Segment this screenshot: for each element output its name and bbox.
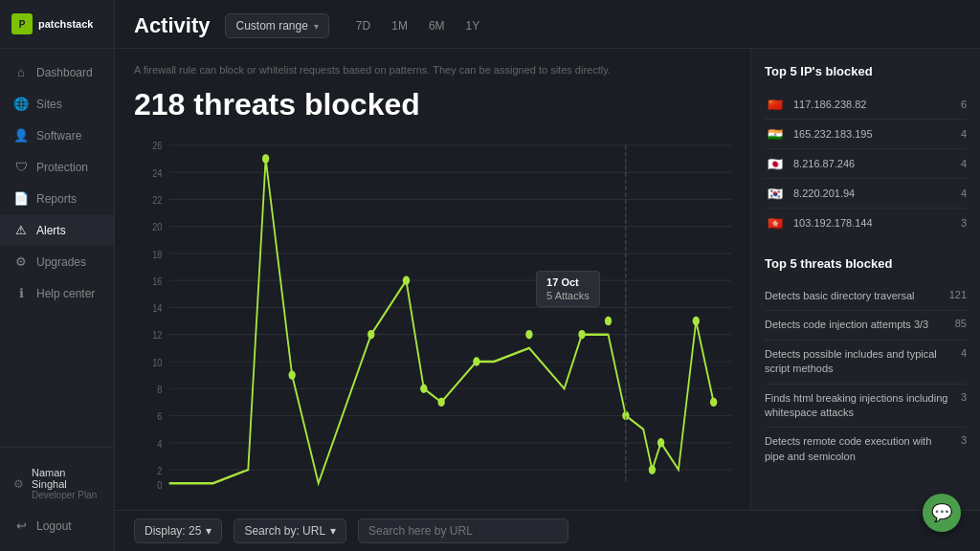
sidebar-item-software[interactable]: 👤 Software: [0, 120, 114, 151]
user-name: Naman Singhal: [32, 467, 100, 490]
svg-point-35: [578, 330, 585, 339]
threat-desc-4: Finds html breaking injections including…: [765, 391, 953, 421]
period-6m[interactable]: 6M: [421, 15, 453, 36]
svg-text:8: 8: [157, 383, 162, 395]
svg-text:4: 4: [157, 436, 162, 449]
user-info: ⚙ Naman Singhal Developer Plan: [0, 457, 114, 510]
svg-text:14: 14: [577, 494, 586, 495]
svg-point-36: [605, 317, 612, 325]
chevron-down-icon: ▾: [314, 21, 319, 32]
subtitle-text: A firewall rule can block or whitelist r…: [134, 64, 731, 76]
sidebar-label-sites: Sites: [36, 98, 62, 111]
ip-item: 🇯🇵 8.216.87.246 4: [765, 149, 967, 179]
sidebar-item-alerts[interactable]: ⚠ Alerts: [0, 214, 114, 246]
ip-item: 🇨🇳 117.186.238.82 6: [765, 90, 967, 120]
help-icon: ℹ: [13, 286, 29, 300]
svg-point-33: [473, 357, 479, 365]
ip-addr-2: 165.232.183.195: [793, 128, 953, 140]
sidebar-bottom: ⚙ Naman Singhal Developer Plan ↩ Logout: [0, 447, 114, 551]
svg-point-41: [710, 398, 717, 407]
settings-icon[interactable]: ⚙: [13, 477, 24, 491]
ip-item: 🇮🇳 165.232.183.195 4: [765, 120, 967, 149]
svg-point-32: [438, 398, 445, 407]
header: Activity Custom range ▾ 7D 1M 6M 1Y: [115, 0, 980, 49]
flag-hk: 🇭🇰: [765, 215, 786, 231]
ip-addr-5: 103.192.178.144: [793, 217, 953, 229]
logout-icon: ↩: [13, 518, 29, 533]
chat-bubble[interactable]: 💬: [923, 494, 961, 532]
search-url-input[interactable]: [358, 518, 568, 543]
flag-cn: 🇨🇳: [765, 97, 786, 112]
period-7d[interactable]: 7D: [348, 15, 378, 36]
page-title: Activity: [134, 13, 210, 38]
svg-text:20: 20: [692, 494, 701, 495]
sidebar-nav: ⌂ Dashboard 🌐 Sites 👤 Software 🛡 Protect…: [0, 49, 114, 447]
date-range-label: Custom range: [235, 19, 307, 33]
search-by-dropdown[interactable]: Search by: URL ▾: [234, 518, 346, 543]
activity-chart: 26 24 22 20 18 16 14 12 10 8 6 4 2 0: [134, 134, 731, 495]
svg-text:11: 11: [524, 494, 533, 495]
date-range-dropdown[interactable]: Custom range ▾: [225, 13, 328, 38]
sidebar-item-sites[interactable]: 🌐 Sites: [0, 88, 114, 120]
svg-text:23: 23: [209, 494, 217, 495]
svg-text:6: 6: [157, 409, 162, 422]
period-1m[interactable]: 1M: [384, 15, 415, 36]
sidebar-label-alerts: Alerts: [36, 224, 66, 237]
ip-count-3: 4: [961, 158, 967, 169]
svg-point-38: [649, 465, 656, 474]
threat-item: Detects remote code execution with pipe …: [765, 428, 967, 471]
display-dropdown[interactable]: Display: 25 ▾: [134, 518, 222, 543]
flag-jp: 🇯🇵: [765, 156, 786, 171]
logo-icon: P: [11, 13, 33, 34]
sidebar-item-dashboard[interactable]: ⌂ Dashboard: [0, 56, 114, 88]
svg-text:20: 20: [165, 494, 173, 495]
period-1y[interactable]: 1Y: [458, 15, 488, 36]
ip-addr-1: 117.186.238.82: [793, 99, 953, 110]
sidebar: P patchstack ⌂ Dashboard 🌐 Sites 👤 Softw…: [0, 0, 115, 551]
svg-text:2: 2: [368, 494, 373, 495]
svg-point-34: [525, 330, 532, 339]
svg-point-31: [420, 385, 427, 393]
threat-item: Detects code injection attempts 3/3 85: [765, 311, 967, 340]
svg-text:12: 12: [152, 328, 162, 341]
threat-desc-5: Detects remote code execution with pipe …: [765, 434, 953, 464]
svg-text:14: 14: [152, 301, 162, 314]
svg-text:5: 5: [422, 494, 427, 495]
svg-point-27: [262, 154, 269, 163]
threat-item: Detects basic directory traversal 121: [765, 282, 967, 311]
flag-in: 🇮🇳: [765, 126, 786, 142]
alerts-icon: ⚠: [13, 223, 29, 237]
svg-point-29: [368, 330, 374, 339]
svg-text:20: 20: [152, 220, 162, 232]
sidebar-item-logout[interactable]: ↩ Logout: [0, 510, 114, 541]
svg-text:24: 24: [152, 166, 162, 179]
right-panel: Top 5 IP's blocked 🇨🇳 117.186.238.82 6 🇮…: [750, 49, 980, 510]
protection-icon: 🛡: [13, 160, 29, 174]
content-body: A firewall rule can block or whitelist r…: [115, 49, 980, 510]
sidebar-item-protection[interactable]: 🛡 Protection: [0, 151, 114, 183]
threat-desc-3: Detects possible includes and typical sc…: [765, 347, 953, 377]
svg-text:2: 2: [157, 464, 162, 476]
svg-text:10: 10: [152, 356, 162, 368]
svg-point-30: [403, 276, 410, 284]
sidebar-label-upgrades: Upgrades: [36, 255, 86, 269]
user-details: Naman Singhal Developer Plan: [32, 467, 100, 500]
ip-list: 🇨🇳 117.186.238.82 6 🇮🇳 165.232.183.195 4…: [765, 90, 967, 237]
svg-text:22: 22: [152, 193, 162, 206]
svg-text:26: 26: [152, 139, 162, 151]
logout-label: Logout: [36, 519, 72, 533]
threat-count-3: 4: [961, 347, 967, 359]
svg-text:8: 8: [475, 494, 479, 495]
threat-count-1: 121: [949, 289, 967, 300]
sidebar-label-reports: Reports: [36, 192, 77, 206]
sidebar-item-help[interactable]: ℹ Help center: [0, 277, 114, 309]
ip-item: 🇭🇰 103.192.178.144 3: [765, 209, 967, 237]
svg-text:17: 17: [630, 494, 638, 495]
top-ips-title: Top 5 IP's blocked: [765, 64, 967, 78]
period-buttons: 7D 1M 6M 1Y: [348, 15, 487, 36]
ip-item: 🇰🇷 8.220.201.94 4: [765, 179, 967, 209]
sidebar-item-reports[interactable]: 📄 Reports: [0, 183, 114, 214]
threat-count-4: 3: [961, 391, 967, 403]
sidebar-item-upgrades[interactable]: ⚙ Upgrades: [0, 246, 114, 277]
sidebar-label-dashboard: Dashboard: [36, 66, 93, 79]
